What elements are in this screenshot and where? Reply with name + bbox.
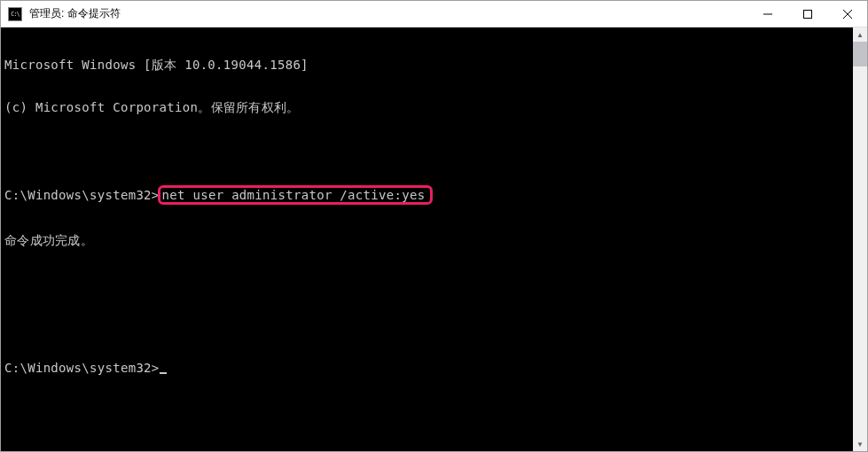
prompt-1: C:\Windows\system32> — [4, 188, 160, 202]
minimize-button[interactable] — [747, 1, 787, 27]
chevron-up-icon: ▲ — [856, 31, 864, 39]
command-text: net user administrator /active:yes — [162, 188, 426, 202]
content-area: Microsoft Windows [版本 10.0.19044.1586] (… — [1, 27, 867, 451]
scroll-thumb[interactable] — [853, 42, 867, 66]
window-controls — [747, 1, 867, 27]
maximize-button[interactable] — [787, 1, 827, 27]
window-title: 管理员: 命令提示符 — [29, 6, 121, 21]
scroll-down-button[interactable]: ▼ — [853, 437, 867, 451]
blank-line — [4, 318, 853, 332]
terminal-output[interactable]: Microsoft Windows [版本 10.0.19044.1586] (… — [1, 27, 853, 451]
cursor — [160, 372, 167, 374]
highlighted-command: net user administrator /active:yes — [158, 185, 434, 205]
chevron-down-icon: ▼ — [856, 440, 864, 448]
blank-line — [4, 276, 853, 290]
svg-rect-1 — [803, 10, 811, 18]
result-line: 命令成功完成。 — [4, 233, 853, 247]
cmd-icon: C:\ — [8, 7, 22, 21]
cmd-icon-label: C:\ — [11, 11, 20, 18]
titlebar-left: C:\ 管理员: 命令提示符 — [1, 6, 121, 21]
vertical-scrollbar[interactable]: ▲ ▼ — [853, 27, 867, 451]
copyright-line: (c) Microsoft Corporation。保留所有权利。 — [4, 100, 853, 114]
command-line-1: C:\Windows\system32>net user administrat… — [4, 185, 853, 205]
prompt-2: C:\Windows\system32> — [4, 361, 160, 375]
close-icon — [843, 10, 852, 19]
titlebar[interactable]: C:\ 管理员: 命令提示符 — [1, 1, 867, 27]
command-prompt-window: C:\ 管理员: 命令提示符 Microsoft Windows [版本 10.… — [0, 0, 868, 452]
close-button[interactable] — [827, 1, 867, 27]
command-line-2: C:\Windows\system32> — [4, 361, 853, 375]
blank-line — [4, 143, 853, 157]
version-line: Microsoft Windows [版本 10.0.19044.1586] — [4, 58, 853, 72]
minimize-icon — [763, 10, 772, 19]
scroll-up-button[interactable]: ▲ — [853, 27, 867, 42]
maximize-icon — [803, 10, 812, 19]
